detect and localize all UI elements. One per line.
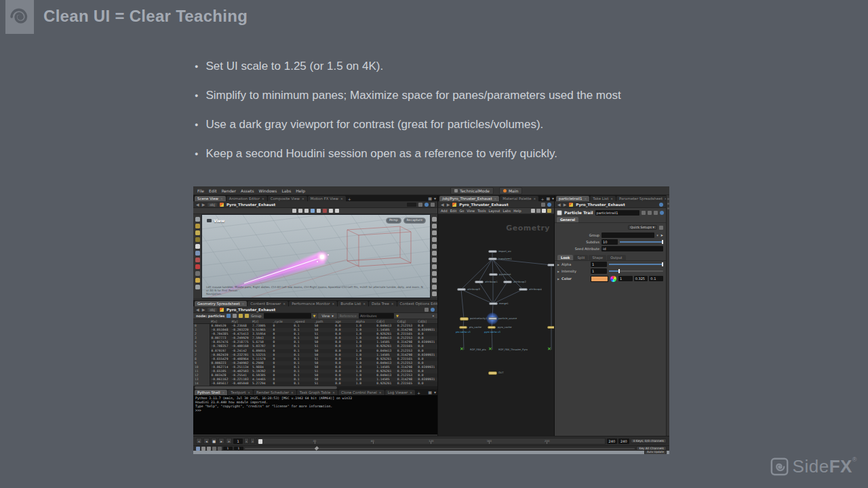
tab-bundle-list[interactable]: Bundle List✕ <box>338 301 368 306</box>
filter-funnel-icon[interactable]: ▼ <box>396 314 399 318</box>
display-option-icon-1[interactable] <box>432 224 437 228</box>
context-chip[interactable]: obj <box>208 203 217 207</box>
tab-close-icon[interactable]: ✕ <box>248 391 250 394</box>
layout-icon[interactable] <box>431 203 435 207</box>
display-option-icon-5[interactable] <box>432 251 437 256</box>
pane-maximize-icon[interactable]: ▦ <box>428 196 432 201</box>
menu-windows[interactable]: Windows <box>259 188 277 193</box>
current-frame-field[interactable]: 1 <box>233 439 243 444</box>
node-out[interactable] <box>488 371 497 375</box>
view-dropdown[interactable]: View ▾ <box>317 312 337 319</box>
folder-tab-general[interactable]: General <box>557 217 578 222</box>
tab-close-icon[interactable]: ✕ <box>302 197 304 201</box>
playhead[interactable] <box>258 439 262 444</box>
frame-inc-button[interactable]: › <box>250 438 255 444</box>
pin-icon[interactable] <box>541 203 545 207</box>
node-rop-fbx-pts[interactable]: ✕ <box>460 347 464 352</box>
back-icon[interactable]: ◀ <box>441 202 444 207</box>
loop-icon[interactable] <box>207 447 211 451</box>
column-header-cd-r[interactable]: Cd[r] <box>375 320 396 323</box>
folder-tab-shape[interactable]: Shape <box>589 255 606 260</box>
range-start2-field[interactable]: 1 <box>234 447 243 450</box>
net-menu-tools[interactable]: Tools <box>477 209 486 213</box>
tab-close-icon[interactable]: ✕ <box>391 302 394 306</box>
table-row[interactable]: 14-0.605617-0.4050405.2729400.1510.01.00… <box>193 382 437 386</box>
display-option-icon-9[interactable] <box>432 278 437 283</box>
net-color-icon[interactable] <box>547 209 551 213</box>
column-header-cycle[interactable]: _cycle <box>272 320 293 323</box>
viewport-mode-icon-6[interactable] <box>329 209 333 213</box>
new-tab-icon[interactable]: + <box>539 197 545 201</box>
expand-icon[interactable]: ▶ <box>557 263 559 266</box>
prims-mode-icon[interactable] <box>239 314 243 318</box>
node-rop-fbx-vol[interactable]: ✕ <box>547 347 551 352</box>
tab-parameter-spreadsheet[interactable]: Parameter Spreadsheet✕ <box>616 196 669 201</box>
desktop-tab-main[interactable]: Main <box>499 187 522 195</box>
tab-take-list[interactable]: Take List✕ <box>590 196 616 201</box>
path-node-name[interactable]: Pyro_Thruster_Exhaust <box>576 203 625 207</box>
range-slider[interactable] <box>245 448 635 449</box>
camera-icon[interactable] <box>207 219 212 222</box>
globe-icon[interactable] <box>659 203 663 207</box>
color-value-1[interactable]: 0.325 <box>634 276 648 281</box>
back-icon[interactable]: ◀ <box>557 202 561 207</box>
path-node-name[interactable]: Pyro_Thruster_Exhaust <box>226 308 275 312</box>
tab-close-icon[interactable]: ✕ <box>584 197 587 201</box>
tab-close-icon[interactable]: ✕ <box>332 391 335 394</box>
camera-pill-recapture[interactable]: Recapture <box>403 218 426 224</box>
range-end-field[interactable]: 240 <box>607 439 618 444</box>
tab-task-graph-table[interactable]: Task Graph Table✕ <box>297 390 338 395</box>
tab-render-scheduler[interactable]: Render Scheduler✕ <box>254 390 296 395</box>
color-value-0[interactable]: 1 <box>618 276 633 281</box>
edit-icon[interactable] <box>648 211 652 215</box>
viewport-mode-icon-7[interactable] <box>335 209 339 213</box>
tab-close-icon[interactable]: ✕ <box>291 391 294 394</box>
pin-icon[interactable] <box>425 308 429 312</box>
display-option-icon-10[interactable] <box>432 285 437 289</box>
pane-maximize-icon[interactable]: ▦ <box>428 390 432 394</box>
back-icon[interactable]: ◀ <box>196 307 199 312</box>
folder-tab-split[interactable]: Split <box>574 255 588 260</box>
column-header-p-y[interactable]: P[y] <box>231 320 252 323</box>
path-node-name[interactable]: Pyro_Thruster_Exhaust <box>459 203 508 207</box>
jump-start-button[interactable]: « <box>196 438 202 444</box>
reference-dropdown[interactable]: Reference <box>340 314 357 318</box>
viewport-tool-icon-8[interactable] <box>195 271 200 276</box>
viewport-tool-icon-3[interactable] <box>195 237 200 242</box>
folder-tab-look[interactable]: Look <box>557 255 573 260</box>
viewport-tool-icon-10[interactable] <box>195 285 200 289</box>
realtime-toggle-icon[interactable] <box>196 447 200 451</box>
path-field[interactable] <box>407 203 416 207</box>
display-option-icon-6[interactable] <box>432 258 437 262</box>
viewport-tool-icon-4[interactable] <box>195 244 200 249</box>
node-attribvop1[interactable] <box>475 281 484 283</box>
play-button[interactable]: ▸ <box>218 438 224 444</box>
node-rop-fbx-thruster-pyro[interactable]: ✕ <box>488 347 492 352</box>
intensity-field[interactable]: 1 <box>591 268 607 274</box>
column-header-p-z[interactable]: P[z] <box>251 320 272 323</box>
pane-menu-icon[interactable]: ▾ <box>434 196 436 201</box>
frame-dec-button[interactable]: ‹ <box>244 438 249 444</box>
node-vol-cache[interactable] <box>547 326 554 329</box>
tab-scene-view[interactable]: Scene View✕ <box>195 196 226 201</box>
display-option-icon-11[interactable] <box>432 291 437 296</box>
simcache-icon[interactable] <box>218 447 222 451</box>
net-menu-labs[interactable]: Labs <box>503 209 511 213</box>
menu-help[interactable]: Help <box>296 188 305 193</box>
tab-log-viewer[interactable]: Log Viewer✕ <box>385 390 415 395</box>
color-wheel-icon[interactable] <box>610 276 616 282</box>
viewport-mode-icon-2[interactable] <box>304 209 309 213</box>
globe-icon[interactable] <box>431 308 435 312</box>
menu-assets[interactable]: Assets <box>241 188 254 193</box>
viewport-tool-icon-7[interactable] <box>195 264 200 269</box>
folder-tab-output[interactable]: Output <box>607 255 625 260</box>
viewport-tool-icon-0[interactable] <box>195 217 200 222</box>
node-pyro-cache[interactable] <box>488 326 496 329</box>
menu-render[interactable]: Render <box>222 188 236 193</box>
tab-motion-fx-view[interactable]: Motion FX View✕ <box>308 196 346 201</box>
forward-icon[interactable]: ▶ <box>447 202 450 207</box>
net-menu-add[interactable]: Add <box>441 209 448 213</box>
magnifier-icon[interactable] <box>654 211 658 215</box>
column-header-alpha[interactable]: Alpha <box>355 320 376 323</box>
jump-end-button[interactable]: » <box>226 438 232 444</box>
